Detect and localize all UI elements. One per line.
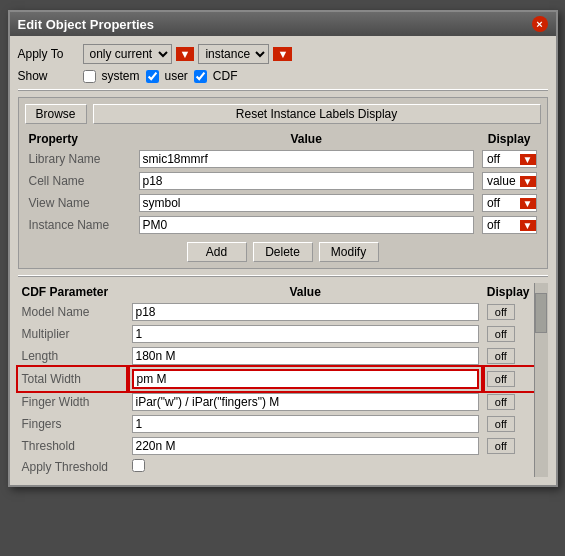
cdf-value-cell-4 (128, 391, 483, 413)
separator2 (18, 275, 548, 277)
user-label: user (165, 69, 188, 83)
table-row: Library Name off ▼ (25, 148, 541, 170)
apply-to-select2[interactable]: instance cell view (198, 44, 269, 64)
apply-to-dropdown1-arrow[interactable]: ▼ (176, 47, 195, 61)
prop-display-cell-1: value ▼ (478, 170, 541, 192)
cdf-value-cell-0 (128, 301, 483, 323)
edit-object-properties-dialog: Edit Object Properties × Apply To only c… (8, 10, 558, 487)
cdf-display-btn-3[interactable]: off (487, 371, 515, 387)
table-row: Total Width off (18, 367, 534, 391)
table-row: Threshold off (18, 435, 534, 457)
prop-value-cell-1 (135, 170, 478, 192)
cdf-value-input-2[interactable] (132, 347, 479, 365)
cdf-display-btn-2[interactable]: off (487, 348, 515, 364)
cdf-section: CDF Parameter Value Display Model Name o… (18, 283, 534, 477)
cdf-value-cell-1 (128, 323, 483, 345)
cdf-display-btn-0[interactable]: off (487, 304, 515, 320)
prop-display-cell-3: off ▼ (478, 214, 541, 236)
close-button[interactable]: × (532, 16, 548, 32)
prop-value-input-3[interactable] (139, 216, 474, 234)
display-value-2: off (483, 195, 520, 211)
table-row: Apply Threshold (18, 457, 534, 477)
cdf-section-wrapper: CDF Parameter Value Display Model Name o… (18, 283, 548, 477)
cdf-value-cell-3 (128, 367, 483, 391)
prop-display-cell-0: off ▼ (478, 148, 541, 170)
table-row: Instance Name off ▼ (25, 214, 541, 236)
display-dropdown-0: off ▼ (482, 150, 537, 168)
cdf-value-input-5[interactable] (132, 415, 479, 433)
cdf-display-cell-0: off (483, 301, 534, 323)
cdf-table: CDF Parameter Value Display Model Name o… (18, 283, 534, 477)
cdf-display-btn-4[interactable]: off (487, 394, 515, 410)
cdf-table-header: CDF Parameter Value Display (18, 283, 534, 301)
cdf-param-7: Apply Threshold (18, 457, 128, 477)
cdf-display-btn-5[interactable]: off (487, 416, 515, 432)
cdf-param-5: Fingers (18, 413, 128, 435)
cdf-value-cell-7 (128, 457, 483, 477)
cdf-display-cell-4: off (483, 391, 534, 413)
cdf-checkbox[interactable] (194, 70, 207, 83)
cdf-value-cell-2 (128, 345, 483, 367)
dialog-title: Edit Object Properties (18, 17, 155, 32)
prop-value-cell-0 (135, 148, 478, 170)
prop-label-0: Library Name (25, 148, 135, 170)
show-row: Show system user CDF (18, 69, 548, 83)
table-row: View Name off ▼ (25, 192, 541, 214)
cdf-value-input-4[interactable] (132, 393, 479, 411)
modify-button[interactable]: Modify (319, 242, 379, 262)
delete-button[interactable]: Delete (253, 242, 313, 262)
show-options: system user CDF (83, 69, 238, 83)
cdf-label: CDF (213, 69, 238, 83)
cdf-value-input-6[interactable] (132, 437, 479, 455)
display-dropdown-3: off ▼ (482, 216, 537, 234)
prop-value-cell-3 (135, 214, 478, 236)
system-label: system (102, 69, 140, 83)
apply-to-dropdown2-arrow[interactable]: ▼ (273, 47, 292, 61)
cdf-display-cell-6: off (483, 435, 534, 457)
cdf-display-cell-2: off (483, 345, 534, 367)
system-checkbox[interactable] (83, 70, 96, 83)
prop-header-property: Property (25, 130, 135, 148)
cdf-param-2: Length (18, 345, 128, 367)
property-table-header: Property Value Display (25, 130, 541, 148)
prop-value-cell-2 (135, 192, 478, 214)
apply-to-row: Apply To only current all ▼ instance cel… (18, 44, 548, 64)
cdf-display-cell-3: off (483, 367, 534, 391)
display-arrow-0[interactable]: ▼ (520, 154, 536, 165)
display-arrow-3[interactable]: ▼ (520, 220, 536, 231)
scrollbar[interactable] (534, 283, 548, 477)
cdf-param-0: Model Name (18, 301, 128, 323)
display-arrow-2[interactable]: ▼ (520, 198, 536, 209)
browse-button[interactable]: Browse (25, 104, 87, 124)
cdf-value-cell-6 (128, 435, 483, 457)
display-value-1: value (483, 173, 520, 189)
cdf-value-input-3[interactable] (132, 369, 479, 389)
apply-to-select1[interactable]: only current all (83, 44, 172, 64)
cdf-display-btn-6[interactable]: off (487, 438, 515, 454)
user-checkbox[interactable] (146, 70, 159, 83)
add-button[interactable]: Add (187, 242, 247, 262)
scrollbar-thumb[interactable] (535, 293, 547, 333)
cdf-display-btn-1[interactable]: off (487, 326, 515, 342)
cdf-display-cell-5: off (483, 413, 534, 435)
cdf-param-1: Multiplier (18, 323, 128, 345)
display-value-3: off (483, 217, 520, 233)
table-row: Multiplier off (18, 323, 534, 345)
prop-value-input-1[interactable] (139, 172, 474, 190)
prop-value-input-0[interactable] (139, 150, 474, 168)
cdf-display-cell-7 (483, 457, 534, 477)
cdf-value-input-1[interactable] (132, 325, 479, 343)
display-arrow-1[interactable]: ▼ (520, 176, 536, 187)
cdf-param-6: Threshold (18, 435, 128, 457)
display-value-0: off (483, 151, 520, 167)
prop-label-2: View Name (25, 192, 135, 214)
show-label: Show (18, 69, 83, 83)
cdf-header-display: Display (483, 283, 534, 301)
prop-value-input-2[interactable] (139, 194, 474, 212)
cdf-param-4: Finger Width (18, 391, 128, 413)
reset-button[interactable]: Reset Instance Labels Display (93, 104, 541, 124)
cdf-value-input-0[interactable] (132, 303, 479, 321)
table-row: Cell Name value ▼ (25, 170, 541, 192)
apply-to-label: Apply To (18, 47, 83, 61)
apply-threshold-checkbox[interactable] (132, 459, 145, 472)
